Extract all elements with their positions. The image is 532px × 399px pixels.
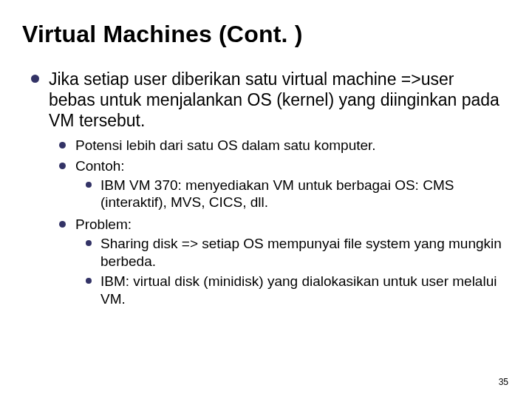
bullet-text: IBM VM 370: menyediakan VM untuk berbaga…	[100, 177, 454, 211]
list-item: Contoh: IBM VM 370: menyediakan VM untuk…	[58, 157, 502, 211]
slide: Virtual Machines (Cont. ) Jika setiap us…	[0, 0, 532, 399]
slide-title: Virtual Machines (Cont. )	[22, 21, 502, 48]
list-item: IBM: virtual disk (minidisk) yang dialok…	[84, 273, 502, 308]
bullet-text: Contoh:	[75, 158, 125, 174]
bullet-text: Potensi lebih dari satu OS dalam satu ko…	[75, 137, 376, 153]
bullet-list-level3: Sharing disk => setiap OS mempunyai file…	[75, 235, 502, 308]
bullet-list-level1: Jika setiap user diberikan satu virtual …	[22, 69, 502, 308]
bullet-text: Sharing disk => setiap OS mempunyai file…	[100, 236, 502, 269]
page-number: 35	[499, 377, 508, 387]
list-item: Jika setiap user diberikan satu virtual …	[28, 69, 502, 308]
list-item: IBM VM 370: menyediakan VM untuk berbaga…	[84, 177, 502, 212]
list-item: Sharing disk => setiap OS mempunyai file…	[84, 235, 502, 270]
bullet-text: IBM: virtual disk (minidisk) yang dialok…	[100, 273, 497, 307]
bullet-list-level2: Potensi lebih dari satu OS dalam satu ko…	[49, 137, 502, 308]
bullet-list-level3: IBM VM 370: menyediakan VM untuk berbaga…	[75, 177, 502, 212]
bullet-text: Problem:	[75, 216, 132, 232]
list-item: Problem: Sharing disk => setiap OS mempu…	[58, 216, 502, 308]
list-item: Potensi lebih dari satu OS dalam satu ko…	[58, 137, 502, 154]
bullet-text: Jika setiap user diberikan satu virtual …	[49, 69, 499, 130]
